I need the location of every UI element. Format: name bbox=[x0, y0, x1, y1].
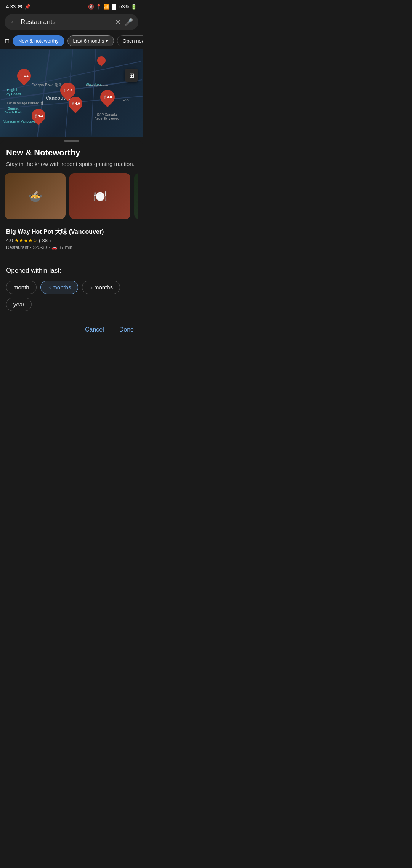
noteworthy-title: New & Noteworthy bbox=[6, 143, 137, 160]
restaurant-price: $20-30 bbox=[33, 245, 47, 250]
battery-icon: 🔋 bbox=[131, 4, 137, 10]
restaurant-stars: ★★★★☆ bbox=[14, 238, 37, 243]
map-label-recently-viewed-1: Recently viewed bbox=[86, 84, 108, 87]
drag-handle[interactable] bbox=[64, 140, 79, 142]
status-time: 4:33 bbox=[6, 4, 16, 10]
map-pin-1[interactable]: 🍴4.4 bbox=[14, 66, 34, 85]
filter-chip-0[interactable]: New & noteworthy bbox=[13, 35, 64, 46]
restaurant-drive-time: 37 min bbox=[59, 245, 72, 250]
time-chips-row: month3 months6 monthsyear bbox=[6, 281, 137, 311]
opened-within-section: Opened within last: month3 months6 month… bbox=[0, 261, 143, 311]
map-pin-1-label: 🍴4.4 bbox=[19, 74, 29, 78]
bottom-sheet: New & Noteworthy Stay in the know with r… bbox=[0, 140, 143, 261]
search-bar-container: ← Restaurants ✕ 🎤 bbox=[0, 12, 143, 33]
back-icon[interactable]: ← bbox=[10, 18, 17, 26]
clear-icon[interactable]: ✕ bbox=[115, 18, 121, 26]
pin-icon: 📌 bbox=[24, 4, 30, 10]
restaurant-review-count: ( bbox=[39, 238, 40, 243]
signal-icon: ▐▌ bbox=[111, 4, 118, 10]
time-chip-year[interactable]: year bbox=[6, 298, 32, 311]
map-label-davie-village: Davie Village Bakery 🍴 bbox=[7, 101, 44, 105]
map-pin-2-label: 🍴4.4 bbox=[63, 88, 72, 92]
cancel-button[interactable]: Cancel bbox=[82, 325, 107, 335]
drive-icon: 🚗 bbox=[51, 245, 57, 250]
location-icon: 📍 bbox=[96, 4, 102, 10]
map-label-english-bay: EnglishBay Beach bbox=[4, 88, 21, 96]
mic-icon[interactable]: 🎤 bbox=[125, 18, 133, 26]
restaurant-rating-row: 4.0 ★★★★☆ (88) bbox=[6, 238, 137, 245]
restaurant-cards-scroll[interactable]: 🍲 🍽️ 🥬 bbox=[5, 173, 138, 223]
map-label-sap: SAP CanadaRecently viewed bbox=[95, 113, 120, 121]
map-pin-3-label: 🍴4.8 bbox=[103, 95, 112, 99]
map-layers-button[interactable]: ⊞ bbox=[125, 69, 138, 82]
filter-chip-1[interactable]: Last 6 months ▾ bbox=[67, 35, 114, 46]
map-pin-small[interactable]: 🍴 bbox=[95, 55, 107, 67]
restaurant-rating: 4.0 bbox=[6, 238, 13, 243]
opened-within-title: Opened within last: bbox=[6, 267, 137, 274]
status-bar: 4:33 ✉ 📌 🔇 📍 📶 ▐▌ 53% 🔋 bbox=[0, 0, 143, 12]
restaurant-name[interactable]: Big Way Hot Pot 大味 (Vancouver) bbox=[6, 223, 137, 238]
filter-chip-2[interactable]: Open now bbox=[117, 35, 143, 46]
time-chip-3-months[interactable]: 3 months bbox=[40, 281, 79, 294]
map-background: Dragon Bowl 龍骨 EnglishBay Beach Waterfro… bbox=[0, 49, 143, 137]
map-label-sunset-beach: SunsetBeach Park bbox=[4, 107, 22, 115]
map-area[interactable]: Dragon Bowl 龍骨 EnglishBay Beach Waterfro… bbox=[0, 49, 143, 137]
restaurant-card-1[interactable]: 🍲 bbox=[5, 173, 66, 219]
map-pin-4-label: 🍴4.0 bbox=[71, 102, 80, 105]
restaurant-reviews: 88 bbox=[42, 238, 47, 243]
restaurant-card-2[interactable]: 🍽️ bbox=[69, 173, 130, 219]
map-label-gas: GAS bbox=[122, 98, 129, 102]
status-right: 🔇 📍 📶 ▐▌ 53% 🔋 bbox=[88, 4, 137, 10]
battery-level: 53% bbox=[119, 4, 129, 10]
mute-icon: 🔇 bbox=[88, 4, 94, 10]
time-chip-6-months[interactable]: 6 months bbox=[82, 281, 120, 294]
map-pin-5-label: 🍴4.2 bbox=[34, 114, 43, 118]
status-left: 4:33 ✉ 📌 bbox=[6, 4, 30, 10]
map-label-dragon-bowl: Dragon Bowl 龍骨 bbox=[32, 83, 62, 88]
map-label-museum: Museum of Vancouver bbox=[3, 120, 37, 123]
restaurant-card-3[interactable]: 🥬 bbox=[134, 173, 138, 219]
card-image-1: 🍲 bbox=[5, 173, 66, 219]
time-chip-month[interactable]: month bbox=[6, 281, 37, 294]
restaurant-meta: Restaurant · $20-30 · 🚗 37 min bbox=[6, 245, 137, 255]
restaurant-type: Restaurant bbox=[6, 245, 29, 250]
wifi-icon: 📶 bbox=[103, 4, 109, 10]
map-pin-3[interactable]: 🍴4.8 bbox=[97, 87, 118, 107]
noteworthy-subtitle: Stay in the know with recent spots gaini… bbox=[6, 160, 137, 173]
card-image-2: 🍽️ bbox=[69, 173, 130, 219]
gmail-icon: ✉ bbox=[18, 4, 22, 10]
filter-sliders-icon[interactable]: ⊟ bbox=[5, 37, 10, 45]
done-button[interactable]: Done bbox=[116, 325, 137, 335]
card-image-3: 🥬 bbox=[134, 173, 138, 219]
map-pin-small-label: 🍴 bbox=[96, 57, 104, 62]
bottom-actions: Cancel Done bbox=[0, 322, 143, 344]
search-query: Restaurants bbox=[21, 18, 111, 26]
filter-row: ⊟ New & noteworthyLast 6 months ▾Open no… bbox=[0, 33, 143, 49]
search-bar[interactable]: ← Restaurants ✕ 🎤 bbox=[5, 14, 138, 30]
road-v2 bbox=[91, 49, 96, 137]
